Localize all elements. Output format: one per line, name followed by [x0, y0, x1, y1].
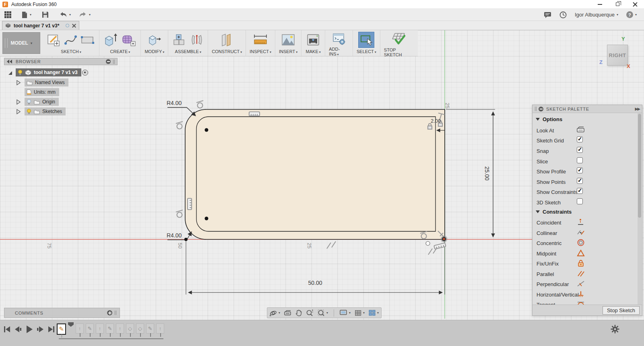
browser-item[interactable]: Units: mm	[25, 88, 59, 96]
go-to-start-icon[interactable]	[3, 325, 11, 333]
sketch-point[interactable]	[205, 217, 208, 220]
feedback-comment-icon[interactable]	[544, 12, 551, 18]
ribbon-group-label[interactable]: MAKE	[306, 49, 321, 54]
timeline-feature-sketch[interactable]: ✎	[57, 323, 66, 335]
minimize-button[interactable]	[591, 0, 609, 8]
dim-radius-top[interactable]: R4.00	[167, 100, 182, 106]
step-forward-icon[interactable]	[36, 325, 45, 333]
ribbon-group-label[interactable]: CONSTRUCT	[212, 49, 242, 54]
new-component-icon[interactable]	[172, 32, 188, 48]
look-at-icon[interactable]	[577, 126, 585, 133]
press-pull-icon[interactable]	[147, 32, 163, 48]
ribbon-group-label[interactable]: INSPECT	[250, 49, 271, 54]
midpoint-constraint-icon[interactable]	[577, 249, 585, 257]
tangent-constraint-icon[interactable]	[577, 301, 585, 305]
browser-row-origin[interactable]: Origin	[16, 98, 59, 106]
collapse-panel-icon[interactable]	[7, 60, 12, 64]
collapsed-triangle-icon[interactable]	[16, 80, 21, 85]
stop-sketch-icon[interactable]	[390, 31, 408, 47]
snap-checkbox[interactable]	[577, 147, 583, 153]
save-button[interactable]	[42, 11, 49, 18]
close-button[interactable]	[626, 0, 644, 8]
orbit-button[interactable]	[270, 309, 280, 317]
zoom-button[interactable]	[306, 309, 314, 316]
spline-tool-icon[interactable]	[63, 32, 78, 47]
grid-snap-button[interactable]	[355, 310, 365, 316]
ribbon-group-label[interactable]: SELECT	[357, 49, 376, 54]
joint-icon[interactable]	[190, 32, 204, 47]
collinear-constraint-icon[interactable]	[327, 241, 336, 249]
pan-button[interactable]	[295, 309, 302, 316]
comments-resize-grip[interactable]	[115, 311, 116, 315]
file-menu-button[interactable]	[21, 11, 31, 19]
viewports-button[interactable]	[369, 310, 379, 316]
tangent-constraint-icon[interactable]	[176, 122, 183, 129]
redo-button[interactable]	[79, 12, 91, 18]
browser-resize-grip[interactable]	[113, 60, 115, 64]
sketch-grid-checkbox[interactable]	[577, 136, 583, 142]
timeline-feature-extrude[interactable]: ↑	[96, 323, 104, 334]
stop-sketch-ribbon-label[interactable]: STOP SKETCH	[384, 47, 414, 57]
go-to-end-icon[interactable]	[47, 325, 55, 333]
horizontal-vertical-constraint-icon[interactable]	[577, 290, 585, 298]
palette-grip[interactable]	[535, 107, 537, 111]
dim-radius-bottom[interactable]: R4.00	[167, 232, 182, 239]
dim-width[interactable]: 50.00	[302, 280, 328, 286]
timeline-feature-chamfer[interactable]: ◇	[136, 323, 144, 334]
browser-row-units[interactable]: Units: mm	[25, 88, 59, 96]
browser-root-item[interactable]: tool hanger 7 v1 v3	[16, 68, 81, 76]
browser-item[interactable]: Sketches	[25, 107, 66, 115]
browser-collapse-icon[interactable]	[106, 59, 111, 64]
browser-header[interactable]: BROWSER	[4, 58, 118, 65]
ribbon-group-label[interactable]: ADD-INS	[329, 47, 349, 56]
timeline-feature-chamfer[interactable]: ◇	[126, 323, 134, 334]
create-sketch-icon[interactable]	[46, 32, 62, 47]
ribbon-group-label[interactable]: SKETCH	[61, 49, 81, 54]
sketch-point[interactable]	[184, 238, 188, 241]
help-menu[interactable]: ?	[626, 11, 637, 18]
make-3dprint-icon[interactable]	[305, 32, 321, 47]
tangent-constraint-icon[interactable]	[196, 101, 203, 108]
select-tool-active[interactable]	[358, 32, 374, 48]
ribbon-group-label[interactable]: MODIFY	[144, 49, 164, 54]
user-account-menu[interactable]: Igor Albuquerque	[575, 12, 618, 18]
show-profile-checkbox[interactable]	[577, 167, 583, 173]
timeline-feature-sketch[interactable]: ✎	[106, 323, 114, 334]
timeline-rail[interactable]	[59, 338, 163, 339]
fit-button[interactable]	[318, 309, 328, 316]
tangent-constraint-icon[interactable]	[176, 210, 183, 218]
collinear-constraint-icon[interactable]	[577, 229, 585, 236]
sketch-point[interactable]	[205, 128, 208, 132]
collapsed-triangle-icon[interactable]	[16, 99, 21, 105]
undo-button[interactable]	[59, 12, 71, 18]
show-constraints-checkbox[interactable]	[577, 188, 583, 194]
timeline-position-marker[interactable]	[68, 322, 74, 327]
timeline-feature-extrude[interactable]: ↑	[76, 323, 84, 334]
ribbon-group-label[interactable]: INSERT	[279, 49, 297, 54]
rectangle-tool-icon[interactable]	[80, 32, 95, 47]
browser-root-row[interactable]: tool hanger 7 v1 v3	[7, 68, 88, 76]
play-icon[interactable]	[25, 325, 33, 334]
insert-image-icon[interactable]	[280, 32, 296, 47]
sketch-palette-header[interactable]: SKETCH PALETTE ▶▶	[533, 105, 642, 113]
timeline-feature-extrude[interactable]: ↑	[116, 323, 124, 334]
coincident-constraint-icon[interactable]	[577, 218, 585, 226]
palette-scrollbar[interactable]	[638, 113, 642, 305]
viewcube[interactable]: RIGHT	[607, 45, 628, 66]
job-status-clock-icon[interactable]	[559, 11, 567, 19]
palette-collapse-icon[interactable]	[539, 107, 543, 111]
concentric-constraint-icon[interactable]	[577, 239, 585, 246]
parallel-constraint-icon[interactable]	[577, 270, 585, 277]
browser-row-named-views[interactable]: Named Views	[16, 78, 68, 86]
3d-sketch-checkbox[interactable]	[577, 198, 583, 204]
timeline-feature-sketch[interactable]: ✎	[146, 323, 154, 334]
construct-plane-icon[interactable]	[219, 32, 235, 48]
ribbon-group-label[interactable]: ASSEMBLE	[175, 49, 201, 54]
display-settings-button[interactable]	[340, 310, 351, 316]
origin-point[interactable]	[441, 236, 448, 243]
horizontal-constraint-icon[interactable]	[434, 243, 446, 249]
slice-checkbox[interactable]	[577, 157, 583, 163]
show-points-checkbox[interactable]	[577, 178, 583, 184]
options-section-header[interactable]: Options	[536, 116, 562, 122]
constraints-section-header[interactable]: Constraints	[536, 209, 572, 215]
